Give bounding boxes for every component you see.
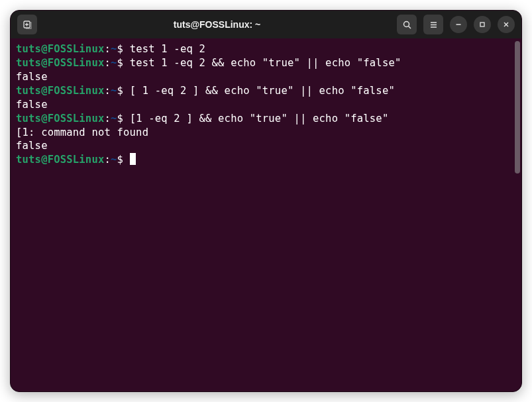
terminal-line: tuts@FOSSLinux:~$ bbox=[16, 153, 516, 167]
command-text: [ 1 -eq 2 ] && echo "true" || echo "fals… bbox=[130, 85, 395, 97]
new-tab-icon bbox=[22, 19, 32, 30]
prompt-colon: : bbox=[104, 85, 111, 97]
terminal-line: [1: command not found bbox=[16, 126, 516, 140]
terminal-line: tuts@FOSSLinux:~$ test 1 -eq 2 && echo "… bbox=[16, 56, 516, 70]
prompt-colon: : bbox=[104, 154, 111, 166]
close-icon bbox=[502, 21, 510, 28]
terminal-window: tuts@FOSSLinux: ~ bbox=[10, 10, 522, 392]
prompt-colon: : bbox=[104, 57, 111, 69]
prompt-user: tuts@FOSSLinux bbox=[16, 57, 104, 69]
prompt-path: ~ bbox=[111, 43, 117, 55]
minimize-icon bbox=[454, 21, 462, 28]
maximize-icon bbox=[478, 21, 486, 28]
prompt-colon: : bbox=[104, 43, 111, 55]
scrollbar[interactable] bbox=[515, 41, 520, 174]
menu-button[interactable] bbox=[423, 15, 443, 34]
terminal-line: tuts@FOSSLinux:~$ [1 -eq 2 ] && echo "tr… bbox=[16, 112, 516, 126]
prompt-user: tuts@FOSSLinux bbox=[16, 113, 104, 125]
command-text: test 1 -eq 2 bbox=[130, 43, 205, 55]
command-text: test 1 -eq 2 && echo "true" || echo "fal… bbox=[130, 57, 401, 69]
svg-rect-7 bbox=[480, 23, 484, 26]
command-text: [1 -eq 2 ] && echo "true" || echo "false… bbox=[130, 113, 389, 125]
window-title: tuts@FOSSLinux: ~ bbox=[37, 19, 397, 30]
terminal-line: tuts@FOSSLinux:~$ test 1 -eq 2 bbox=[16, 42, 516, 56]
prompt-path: ~ bbox=[111, 113, 117, 125]
output-text: [1: command not found bbox=[16, 126, 148, 138]
terminal-line: tuts@FOSSLinux:~$ [ 1 -eq 2 ] && echo "t… bbox=[16, 84, 516, 98]
maximize-button[interactable] bbox=[474, 16, 491, 33]
prompt-symbol: $ bbox=[117, 113, 130, 125]
prompt-user: tuts@FOSSLinux bbox=[16, 43, 104, 55]
search-icon bbox=[402, 20, 412, 30]
prompt-user: tuts@FOSSLinux bbox=[16, 85, 104, 97]
minimize-button[interactable] bbox=[450, 16, 467, 33]
prompt-user: tuts@FOSSLinux bbox=[16, 154, 104, 166]
prompt-path: ~ bbox=[111, 85, 117, 97]
output-text: false bbox=[16, 99, 48, 111]
prompt-colon: : bbox=[104, 113, 111, 125]
hamburger-icon bbox=[429, 20, 439, 30]
prompt-path: ~ bbox=[111, 154, 117, 166]
search-button[interactable] bbox=[397, 15, 417, 34]
prompt-symbol: $ bbox=[117, 43, 130, 55]
prompt-symbol: $ bbox=[117, 57, 130, 69]
terminal-line: false bbox=[16, 139, 516, 153]
output-text: false bbox=[16, 140, 48, 152]
prompt-symbol: $ bbox=[117, 154, 130, 166]
prompt-path: ~ bbox=[111, 57, 117, 69]
titlebar-left bbox=[17, 15, 37, 34]
titlebar: tuts@FOSSLinux: ~ bbox=[11, 11, 521, 38]
svg-line-2 bbox=[408, 26, 411, 28]
titlebar-right bbox=[397, 15, 515, 34]
output-text: false bbox=[16, 71, 48, 83]
terminal-lines: tuts@FOSSLinux:~$ test 1 -eq 2tuts@FOSSL… bbox=[16, 42, 516, 167]
terminal-line: false bbox=[16, 98, 516, 112]
prompt-symbol: $ bbox=[117, 85, 130, 97]
new-tab-button[interactable] bbox=[17, 15, 37, 34]
terminal-body[interactable]: tuts@FOSSLinux:~$ test 1 -eq 2tuts@FOSSL… bbox=[11, 38, 521, 391]
cursor bbox=[130, 153, 136, 165]
close-button[interactable] bbox=[498, 16, 515, 33]
terminal-line: false bbox=[16, 70, 516, 84]
svg-point-1 bbox=[403, 21, 409, 26]
